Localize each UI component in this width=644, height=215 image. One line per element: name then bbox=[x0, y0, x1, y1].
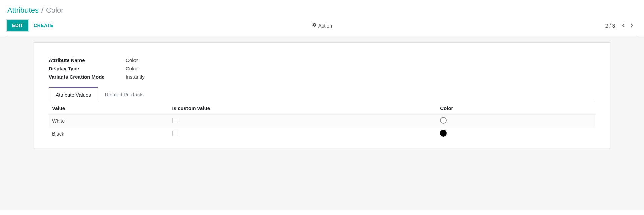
form-value: Color bbox=[126, 57, 138, 63]
form-row: Attribute NameColor bbox=[49, 57, 595, 63]
cell-color bbox=[437, 115, 595, 127]
table-row[interactable]: Black bbox=[49, 127, 595, 140]
col-header-is-custom[interactable]: Is custom value bbox=[169, 102, 437, 115]
breadcrumb: Attributes / Color bbox=[7, 6, 637, 15]
breadcrumb-separator: / bbox=[41, 6, 43, 15]
cell-value: White bbox=[49, 115, 169, 127]
breadcrumb-root-link[interactable]: Attributes bbox=[7, 6, 39, 15]
pager-next-button[interactable] bbox=[629, 22, 634, 29]
edit-button[interactable]: EDIT bbox=[7, 20, 28, 31]
form-label: Display Type bbox=[49, 66, 126, 71]
action-label: Action bbox=[318, 23, 332, 29]
color-swatch[interactable] bbox=[440, 130, 447, 137]
form-row: Variants Creation ModeInstantly bbox=[49, 74, 595, 80]
checkbox-icon[interactable] bbox=[172, 131, 177, 136]
cell-is-custom bbox=[169, 115, 437, 127]
table-row[interactable]: White bbox=[49, 115, 595, 127]
form-label: Variants Creation Mode bbox=[49, 74, 126, 80]
pager-text[interactable]: 2 / 3 bbox=[605, 23, 615, 29]
cell-is-custom bbox=[169, 127, 437, 140]
col-header-color[interactable]: Color bbox=[437, 102, 595, 115]
action-dropdown[interactable]: Action bbox=[312, 22, 332, 29]
col-header-value[interactable]: Value bbox=[49, 102, 169, 115]
tab-attribute-values[interactable]: Attribute Values bbox=[49, 87, 98, 102]
form-value: Color bbox=[126, 66, 138, 71]
gear-icon bbox=[312, 22, 317, 29]
form-sheet: Attribute NameColorDisplay TypeColorVari… bbox=[34, 42, 610, 148]
tab-related-products[interactable]: Related Products bbox=[98, 87, 151, 102]
cell-color bbox=[437, 127, 595, 140]
attribute-values-table: Value Is custom value Color WhiteBlack bbox=[49, 102, 595, 140]
form-label: Attribute Name bbox=[49, 57, 126, 63]
checkbox-icon[interactable] bbox=[172, 118, 177, 123]
form-row: Display TypeColor bbox=[49, 66, 595, 71]
cell-value: Black bbox=[49, 127, 169, 140]
form-value: Instantly bbox=[126, 74, 145, 80]
create-button[interactable]: CREATE bbox=[34, 23, 54, 28]
breadcrumb-current: Color bbox=[46, 6, 64, 15]
color-swatch[interactable] bbox=[440, 117, 447, 124]
toolbar: EDIT CREATE Action 2 / 3 bbox=[7, 20, 637, 36]
pager-prev-button[interactable] bbox=[621, 22, 626, 29]
